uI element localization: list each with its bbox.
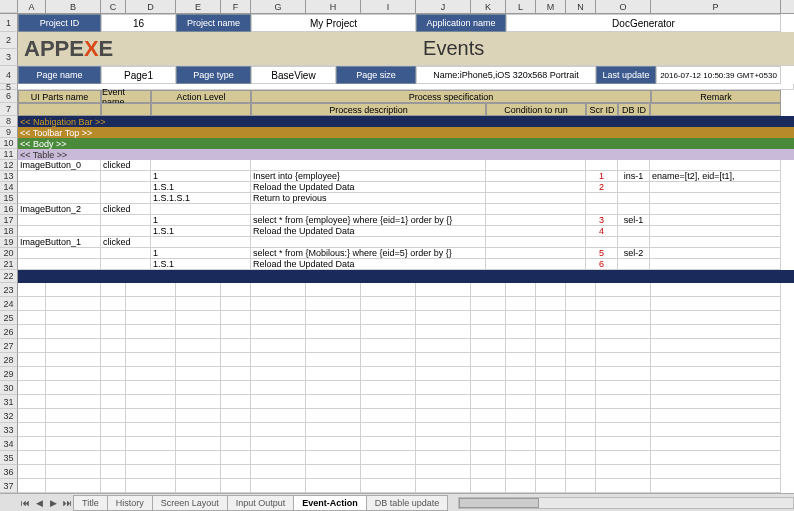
empty-cell[interactable]: [471, 409, 506, 423]
empty-cell[interactable]: [651, 297, 781, 311]
scrollbar-thumb[interactable]: [459, 498, 539, 508]
row-num-1[interactable]: 1: [0, 14, 18, 32]
empty-cell[interactable]: [361, 297, 416, 311]
cell-event[interactable]: clicked: [101, 204, 151, 215]
empty-cell[interactable]: [126, 353, 176, 367]
empty-cell[interactable]: [596, 325, 651, 339]
cell-event[interactable]: clicked: [101, 237, 151, 248]
empty-cell[interactable]: [361, 381, 416, 395]
col-A[interactable]: A: [18, 0, 46, 13]
row-num-10[interactable]: 10: [0, 138, 18, 149]
cell-cond[interactable]: [486, 215, 586, 226]
row-num[interactable]: 35: [0, 451, 18, 465]
cell-scr[interactable]: 4: [586, 226, 618, 237]
cell-ui[interactable]: [18, 226, 101, 237]
row-num[interactable]: 17: [0, 215, 18, 226]
empty-cell[interactable]: [46, 395, 101, 409]
empty-cell[interactable]: [126, 423, 176, 437]
empty-cell[interactable]: [361, 311, 416, 325]
col-I[interactable]: I: [361, 0, 416, 13]
cell-ui[interactable]: [18, 171, 101, 182]
row-num[interactable]: 29: [0, 367, 18, 381]
row-num[interactable]: 36: [0, 465, 18, 479]
empty-cell[interactable]: [566, 479, 596, 493]
empty-cell[interactable]: [471, 395, 506, 409]
empty-cell[interactable]: [536, 451, 566, 465]
empty-cell[interactable]: [126, 283, 176, 297]
empty-cell[interactable]: [361, 409, 416, 423]
empty-cell[interactable]: [416, 437, 471, 451]
cell-remark[interactable]: [650, 182, 781, 193]
empty-cell[interactable]: [176, 381, 221, 395]
empty-cell[interactable]: [471, 479, 506, 493]
cell-db[interactable]: [618, 259, 650, 270]
page-type-value[interactable]: BaseView: [251, 66, 336, 84]
empty-cell[interactable]: [221, 325, 251, 339]
tab-nav-first[interactable]: ⏮: [18, 496, 32, 510]
tab-nav-prev[interactable]: ◀: [32, 496, 46, 510]
col-P[interactable]: P: [651, 0, 781, 13]
row-num-2[interactable]: 2: [0, 32, 18, 49]
empty-cell[interactable]: [251, 381, 306, 395]
empty-cell[interactable]: [416, 353, 471, 367]
cell-ui[interactable]: ImageButton_2: [18, 204, 101, 215]
empty-cell[interactable]: [566, 395, 596, 409]
empty-cell[interactable]: [101, 395, 126, 409]
empty-cell[interactable]: [361, 367, 416, 381]
empty-cell[interactable]: [101, 423, 126, 437]
cell-event[interactable]: [101, 182, 151, 193]
empty-cell[interactable]: [506, 381, 536, 395]
empty-cell[interactable]: [101, 311, 126, 325]
cell-desc[interactable]: [251, 237, 486, 248]
empty-cell[interactable]: [18, 479, 46, 493]
cell-scr[interactable]: 6: [586, 259, 618, 270]
empty-cell[interactable]: [126, 325, 176, 339]
application-name-value[interactable]: DocGenerator: [506, 14, 781, 32]
empty-cell[interactable]: [126, 479, 176, 493]
empty-cell[interactable]: [651, 395, 781, 409]
empty-cell[interactable]: [176, 395, 221, 409]
row-num[interactable]: 33: [0, 423, 18, 437]
empty-cell[interactable]: [471, 465, 506, 479]
empty-cell[interactable]: [46, 423, 101, 437]
empty-cell[interactable]: [306, 367, 361, 381]
empty-cell[interactable]: [46, 325, 101, 339]
section-body[interactable]: << Body >>: [18, 138, 794, 149]
section-navbar[interactable]: << Nabigation Bar >>: [18, 116, 794, 127]
empty-cell[interactable]: [46, 283, 101, 297]
cell-scr[interactable]: 2: [586, 182, 618, 193]
empty-cell[interactable]: [101, 283, 126, 297]
empty-cell[interactable]: [416, 339, 471, 353]
empty-cell[interactable]: [18, 465, 46, 479]
cell-scr[interactable]: [586, 237, 618, 248]
empty-cell[interactable]: [251, 283, 306, 297]
empty-cell[interactable]: [221, 283, 251, 297]
cell-db[interactable]: sel-1: [618, 215, 650, 226]
empty-cell[interactable]: [101, 451, 126, 465]
sheet-tab-db-table-update[interactable]: DB table update: [366, 495, 449, 511]
empty-cell[interactable]: [416, 367, 471, 381]
cell-scr[interactable]: 3: [586, 215, 618, 226]
empty-cell[interactable]: [306, 451, 361, 465]
empty-cell[interactable]: [18, 451, 46, 465]
project-id-value[interactable]: 16: [101, 14, 176, 32]
empty-cell[interactable]: [221, 339, 251, 353]
cell-desc[interactable]: Insert into {employee}: [251, 171, 486, 182]
empty-cell[interactable]: [506, 423, 536, 437]
empty-cell[interactable]: [651, 311, 781, 325]
empty-cell[interactable]: [506, 479, 536, 493]
row-num[interactable]: 32: [0, 409, 18, 423]
empty-cell[interactable]: [651, 479, 781, 493]
empty-cell[interactable]: [596, 283, 651, 297]
empty-cell[interactable]: [221, 479, 251, 493]
empty-cell[interactable]: [46, 339, 101, 353]
empty-cell[interactable]: [506, 297, 536, 311]
cell-db[interactable]: [618, 193, 650, 204]
empty-cell[interactable]: [536, 367, 566, 381]
col-B[interactable]: B: [46, 0, 101, 13]
empty-cell[interactable]: [566, 297, 596, 311]
cell-cond[interactable]: [486, 259, 586, 270]
row-num[interactable]: 24: [0, 297, 18, 311]
cell-ui[interactable]: [18, 248, 101, 259]
empty-cell[interactable]: [471, 311, 506, 325]
